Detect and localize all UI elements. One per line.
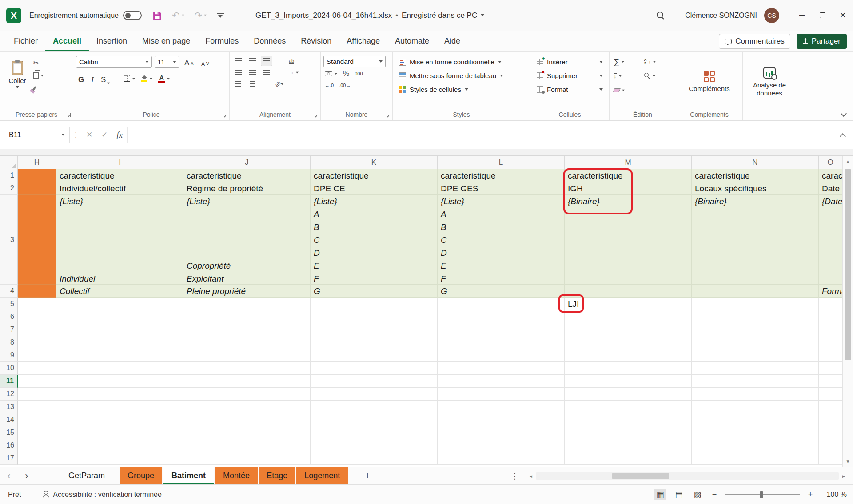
ribbon-tab-aide[interactable]: Aide	[437, 31, 468, 51]
next-sheet-icon[interactable]: ›	[18, 467, 36, 484]
align-right-button[interactable]	[261, 67, 272, 78]
conditional-formatting-button[interactable]: Mise en forme conditionnelle	[395, 55, 527, 69]
cell-O1[interactable]: caracteristique	[819, 169, 842, 182]
cell-O5[interactable]	[819, 298, 842, 310]
cell-K14[interactable]	[311, 413, 438, 426]
cell-N8[interactable]	[692, 336, 819, 349]
cell-N10[interactable]	[692, 362, 819, 375]
page-break-view-button[interactable]: ▨	[691, 489, 704, 500]
ribbon-tab-mise-en-page[interactable]: Mise en page	[135, 31, 198, 51]
expand-formula-bar-icon[interactable]	[840, 133, 846, 139]
row-header-8[interactable]: 8	[0, 336, 18, 349]
cell-O16[interactable]	[819, 439, 842, 452]
sheet-tab-getparam[interactable]: GetParam	[60, 467, 113, 484]
dialog-launcher-icon[interactable]	[223, 113, 227, 117]
cell-L17[interactable]	[438, 452, 565, 465]
cell-H16[interactable]	[18, 439, 56, 452]
cell-L9[interactable]	[438, 349, 565, 362]
row-header-17[interactable]: 17	[0, 452, 18, 465]
cell-O11[interactable]	[819, 375, 842, 388]
undo-button[interactable]: ↶	[172, 11, 185, 20]
increase-decimal-button[interactable]: ←.0	[323, 79, 335, 91]
cell-J13[interactable]	[183, 401, 311, 413]
cell-H13[interactable]	[18, 401, 56, 413]
font-size-select[interactable]: 11	[155, 56, 179, 68]
cell-K8[interactable]	[311, 336, 438, 349]
row-header-7[interactable]: 7	[0, 323, 18, 336]
customize-quick-access-button[interactable]	[217, 13, 224, 18]
row-header-16[interactable]: 16	[0, 439, 18, 452]
format-painter-button[interactable]	[32, 83, 45, 94]
clear-button[interactable]	[612, 84, 643, 96]
cell-L1[interactable]: caracteristique	[438, 169, 565, 182]
cell-J15[interactable]	[183, 426, 311, 439]
scroll-up-icon[interactable]: ▲	[843, 156, 853, 167]
cell-J8[interactable]	[183, 336, 311, 349]
cell-M14[interactable]	[565, 413, 692, 426]
cell-I16[interactable]	[56, 439, 183, 452]
cut-button[interactable]: ✂	[32, 57, 45, 68]
cell-L4[interactable]: G	[438, 285, 565, 298]
cell-K7[interactable]	[311, 323, 438, 336]
scroll-down-icon[interactable]: ▼	[843, 456, 853, 467]
cell-O14[interactable]	[819, 413, 842, 426]
horizontal-scrollbar[interactable]: ◄ ►	[526, 471, 849, 481]
cell-H3[interactable]	[18, 195, 56, 285]
paste-button[interactable]: Coller	[3, 55, 32, 94]
align-middle-button[interactable]	[247, 56, 258, 66]
cell-I9[interactable]	[56, 349, 183, 362]
row-header-12[interactable]: 12	[0, 388, 18, 401]
format-as-table-button[interactable]: Mettre sous forme de tableau	[395, 69, 527, 83]
column-header-N[interactable]: N	[692, 156, 819, 169]
previous-sheet-icon[interactable]: ‹	[0, 467, 18, 484]
fill-color-button[interactable]	[140, 73, 154, 84]
cell-M1[interactable]: caracteristique	[565, 169, 692, 182]
cell-H11[interactable]	[18, 375, 56, 388]
cell-J11[interactable]	[183, 375, 311, 388]
column-header-L[interactable]: L	[438, 156, 565, 169]
share-button[interactable]: Partager	[797, 34, 847, 49]
ribbon-tab-accueil[interactable]: Accueil	[45, 31, 89, 51]
cell-M2[interactable]: IGH	[565, 182, 692, 195]
cell-O6[interactable]	[819, 310, 842, 323]
cell-M12[interactable]	[565, 388, 692, 401]
row-header-10[interactable]: 10	[0, 362, 18, 375]
vertical-scroll-thumb[interactable]	[845, 169, 851, 360]
cell-H9[interactable]	[18, 349, 56, 362]
decrease-indent-button[interactable]	[232, 79, 244, 89]
cell-K2[interactable]: DPE CE	[311, 182, 438, 195]
cell-I4[interactable]: Collectif	[56, 285, 183, 298]
redo-button[interactable]: ↷	[195, 11, 207, 20]
accounting-format-button[interactable]	[323, 68, 339, 79]
minimize-button[interactable]: ─	[792, 0, 812, 31]
cell-H15[interactable]	[18, 426, 56, 439]
cell-J7[interactable]	[183, 323, 311, 336]
sheet-tab-groupe[interactable]: Groupe	[120, 467, 162, 484]
merge-center-button[interactable]: ↔	[284, 67, 303, 78]
maximize-button[interactable]	[812, 0, 833, 31]
cell-O2[interactable]: Date	[819, 182, 842, 195]
cell-N7[interactable]	[692, 323, 819, 336]
ribbon-tab-formules[interactable]: Formules	[198, 31, 246, 51]
delete-cells-button[interactable]: Supprimer	[533, 69, 606, 83]
scroll-left-icon[interactable]: ◄	[526, 474, 536, 479]
cell-I3[interactable]: {Liste}Individuel	[56, 195, 183, 285]
cell-L16[interactable]	[438, 439, 565, 452]
zoom-in-button[interactable]: +	[806, 490, 815, 499]
row-header-6[interactable]: 6	[0, 310, 18, 323]
cell-N16[interactable]	[692, 439, 819, 452]
cell-H2[interactable]	[18, 182, 56, 195]
sheet-tab-etage[interactable]: Etage	[259, 467, 295, 484]
sort-filter-button[interactable]: AZ ↓	[643, 56, 674, 67]
cell-J12[interactable]	[183, 388, 311, 401]
cell-J1[interactable]: caracteristique	[183, 169, 311, 182]
confirm-entry-button[interactable]: ✓	[97, 127, 112, 143]
cell-M11[interactable]	[565, 375, 692, 388]
cell-I8[interactable]	[56, 336, 183, 349]
formula-bar-drag-handle[interactable]: ⋮	[70, 131, 82, 139]
zoom-out-button[interactable]: −	[710, 490, 719, 499]
orientation-button[interactable]: ab	[270, 79, 289, 89]
cell-M9[interactable]	[565, 349, 692, 362]
cell-K16[interactable]	[311, 439, 438, 452]
cell-L3[interactable]: {Liste}ABCDEF	[438, 195, 565, 285]
